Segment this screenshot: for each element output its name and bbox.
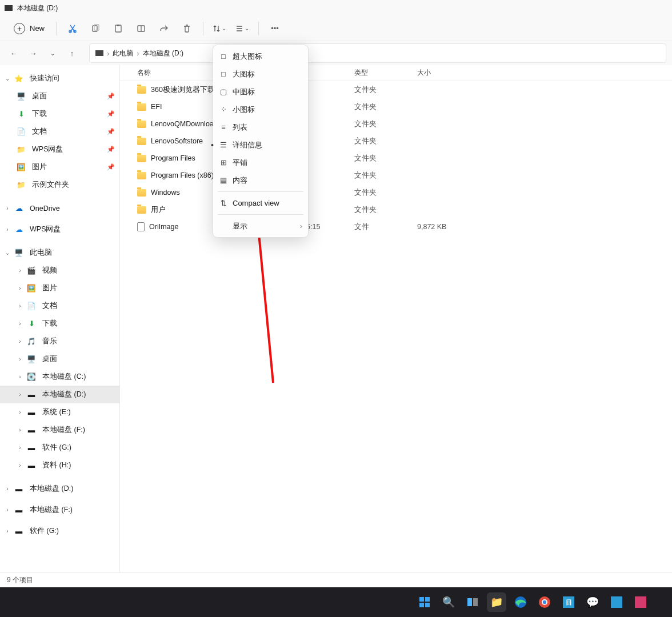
svg-rect-8: [419, 597, 424, 602]
sidebar-wpscloud[interactable]: ›☁WPS网盘: [0, 221, 119, 238]
list-item[interactable]: EFI6 17:18文件夹: [120, 98, 672, 115]
sidebar-item-disk-f2[interactable]: ›▬本地磁盘 (F:): [0, 501, 119, 519]
recent-dropdown[interactable]: ⌄: [45, 45, 61, 61]
picture-icon: 🖼️: [16, 162, 26, 173]
menu-item[interactable]: 显示: [213, 217, 308, 235]
toolbar: + New •••: [0, 16, 672, 41]
sidebar-item-pictures2[interactable]: ›🖼️图片: [0, 279, 119, 297]
sidebar-item-disk-d[interactable]: ›▬本地磁盘 (D:): [0, 386, 119, 403]
sidebar-item-disk-g2[interactable]: ›▬软件 (G:): [0, 522, 119, 540]
pin-icon: 📌: [107, 110, 115, 118]
file-icon: [137, 222, 145, 231]
list-item[interactable]: LenovoSoftstore6 23:31文件夹: [120, 133, 672, 150]
chevron-right-icon: ›: [16, 391, 24, 398]
sidebar-item-disk-f[interactable]: ›▬本地磁盘 (F:): [0, 421, 119, 439]
delete-button[interactable]: [177, 19, 197, 38]
sidebar-item-desktop[interactable]: 🖥️桌面📌: [0, 87, 119, 105]
sidebar-item-wps[interactable]: 📁WPS网盘📌: [0, 141, 119, 158]
taskbar-start[interactable]: [415, 592, 434, 612]
more-button[interactable]: •••: [265, 19, 285, 38]
picture-icon: 🖼️: [26, 283, 37, 294]
sidebar-item-disk-h[interactable]: ›▬资料 (H:): [0, 456, 119, 474]
sidebar-item-documents[interactable]: 📄文档📌: [0, 123, 119, 141]
view-button[interactable]: [232, 19, 253, 38]
chevron-right-icon: ›: [16, 444, 24, 451]
sidebar-item-label: 此电脑: [30, 248, 52, 258]
download-icon: ⬇: [26, 319, 37, 329]
navbar: ← → ⌄ ↑ › 此电脑 › 本地磁盘 (D:): [0, 41, 672, 65]
menu-item[interactable]: ≡列表: [213, 118, 308, 136]
sidebar-item-disk-g[interactable]: ›▬软件 (G:): [0, 439, 119, 456]
forward-button[interactable]: →: [25, 45, 41, 61]
disk-icon: ▬: [14, 505, 24, 515]
pin-icon: 📌: [107, 146, 115, 153]
file-size: 9,872 KB: [417, 223, 486, 231]
up-button[interactable]: ↑: [64, 45, 80, 61]
new-button[interactable]: + New: [8, 21, 50, 37]
sidebar-item-sample[interactable]: 📁示例文件夹: [0, 176, 119, 194]
menu-item[interactable]: □大图标: [213, 65, 308, 83]
breadcrumb-loc[interactable]: 本地磁盘 (D:): [143, 49, 183, 58]
sidebar-item-pictures[interactable]: 🖼️图片📌: [0, 158, 119, 176]
sort-button[interactable]: [209, 19, 230, 38]
menu-item-icon: □: [219, 52, 228, 61]
sidebar-item-desktop2[interactable]: ›🖥️桌面: [0, 350, 119, 368]
sidebar-item-music[interactable]: ›🎵音乐: [0, 332, 119, 350]
column-header-type[interactable]: 类型: [354, 68, 417, 78]
menu-item[interactable]: ▤内容: [213, 171, 308, 189]
separator: [56, 22, 57, 35]
list-item[interactable]: LenovoQMDownload6 19:40文件夹: [120, 115, 672, 133]
taskbar-explorer[interactable]: 📁: [487, 592, 506, 612]
list-item[interactable]: OriImage2021/6/26 15:15文件9,872 KB: [120, 218, 672, 235]
sidebar-item-label: 本地磁盘 (D:): [30, 484, 73, 494]
menu-item[interactable]: ⊞平铺: [213, 154, 308, 171]
taskbar-wechat[interactable]: 💬: [583, 592, 602, 612]
sidebar-item-label: OneDrive: [30, 205, 60, 213]
sidebar-quick-access[interactable]: ⌄⭐快速访问: [0, 70, 119, 87]
back-button[interactable]: ←: [6, 45, 22, 61]
share-button[interactable]: [154, 19, 174, 38]
sidebar-item-docs2[interactable]: ›📄文档: [0, 297, 119, 315]
sidebar-item-downloads[interactable]: ⬇下载📌: [0, 105, 119, 123]
menu-item[interactable]: ☰详细信息: [213, 136, 308, 154]
breadcrumb-pc[interactable]: 此电脑: [113, 49, 133, 58]
desktop-icon: 🖥️: [16, 91, 26, 102]
menu-item[interactable]: ⁘小图标: [213, 101, 308, 118]
file-name: LenovoQMDownload: [151, 120, 218, 128]
folder-icon: 📁: [16, 145, 26, 155]
list-item[interactable]: Program Files (x86)6 15:00文件夹: [120, 167, 672, 184]
cut-button[interactable]: [62, 19, 83, 38]
disk-icon: ▬: [26, 443, 37, 453]
sidebar-item-videos[interactable]: ›🎬视频: [0, 262, 119, 279]
taskbar-app3[interactable]: [631, 592, 650, 612]
list-item[interactable]: Windows4:07文件夹: [120, 184, 672, 201]
list-item[interactable]: 360极速浏览器下载3 17:26文件夹: [120, 81, 672, 98]
menu-item-icon: ≡: [219, 123, 228, 131]
sidebar-this-pc[interactable]: ⌄🖥️此电脑: [0, 244, 119, 262]
sidebar-item-dl2[interactable]: ›⬇下载: [0, 315, 119, 332]
paste-button[interactable]: [108, 19, 129, 38]
taskbar-app1[interactable]: 日: [559, 592, 578, 612]
list-item[interactable]: Program Files2:41文件夹: [120, 150, 672, 167]
new-button-label: New: [30, 24, 45, 33]
chevron-right-icon: ›: [107, 49, 109, 58]
menu-item[interactable]: ▢中图标: [213, 83, 308, 101]
taskbar-chrome[interactable]: [535, 592, 554, 612]
address-bar[interactable]: › 此电脑 › 本地磁盘 (D:): [89, 43, 666, 63]
list-item[interactable]: 用户7 16:06文件夹: [120, 201, 672, 218]
rename-button[interactable]: [131, 19, 151, 38]
sidebar-item-disk-d2[interactable]: ›▬本地磁盘 (D:): [0, 480, 119, 498]
taskbar-search[interactable]: 🔍: [439, 592, 458, 612]
menu-item[interactable]: ⇅Compact view: [213, 194, 308, 212]
taskbar-edge[interactable]: [511, 592, 530, 612]
taskbar-app2[interactable]: [607, 592, 626, 612]
chevron-right-icon: ›: [16, 320, 24, 327]
menu-item-icon: ⇅: [219, 199, 228, 207]
sidebar-item-disk-c[interactable]: ›💽本地磁盘 (C:): [0, 368, 119, 386]
taskbar-taskview[interactable]: [463, 592, 482, 612]
menu-item[interactable]: □超大图标: [213, 47, 308, 65]
sidebar-onedrive[interactable]: ›☁OneDrive: [0, 199, 119, 217]
copy-button[interactable]: [85, 19, 106, 38]
sidebar-item-disk-e[interactable]: ›▬系统 (E:): [0, 403, 119, 421]
column-header-size[interactable]: 大小: [417, 68, 486, 78]
